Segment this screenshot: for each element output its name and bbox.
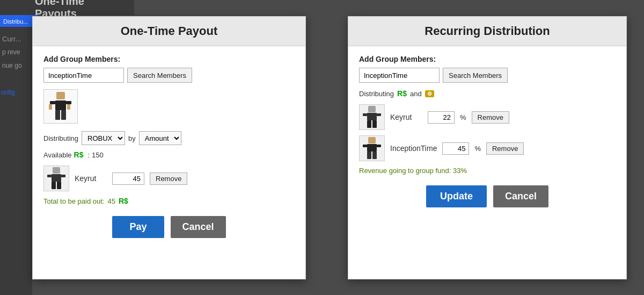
one-time-search-input[interactable] xyxy=(43,68,124,83)
total-amount: 45 xyxy=(107,197,115,205)
one-time-total-row: Total to be paid out: 45 R$ xyxy=(43,197,295,205)
available-value: 150 xyxy=(92,151,104,159)
recurring-inceptiontime-figure xyxy=(362,137,382,160)
recurring-robux-icon: R$ xyxy=(397,89,407,98)
one-time-add-members-label: Add Group Members: xyxy=(43,55,295,63)
bg-content-3: nue go xyxy=(2,62,22,69)
recurring-keyrut-figure xyxy=(362,106,382,128)
recurring-keyrut-avatar xyxy=(359,104,385,130)
page-title: One-Time Payouts xyxy=(0,0,134,15)
one-time-available-row: Available R$ : 150 xyxy=(43,150,295,159)
bg-content-4: onfig xyxy=(1,89,15,96)
svg-rect-23 xyxy=(377,145,381,147)
recurring-inceptiontime-remove-button[interactable]: Remove xyxy=(486,142,524,155)
one-time-avatar-box xyxy=(43,89,78,124)
svg-rect-17 xyxy=(377,113,381,116)
keyrut-amount-input[interactable] xyxy=(112,172,144,185)
svg-rect-6 xyxy=(55,110,60,120)
dialog-recurring-title: Recurring Distribution xyxy=(359,24,616,38)
recurring-add-members-label: Add Group Members: xyxy=(359,55,616,63)
recurring-distributing-label: Distributing xyxy=(359,90,394,98)
svg-rect-20 xyxy=(368,137,376,143)
revenue-label: Revenue going to group fund: xyxy=(359,167,451,175)
svg-rect-0 xyxy=(56,92,65,99)
svg-rect-3 xyxy=(49,104,52,110)
svg-rect-18 xyxy=(367,120,371,128)
amount-select[interactable]: Amount xyxy=(139,131,181,145)
inceptiontime-percent-symbol: % xyxy=(474,145,481,153)
svg-rect-24 xyxy=(367,152,371,159)
one-time-payout-dialog: One-Time Payout Add Group Members: Searc… xyxy=(32,16,306,279)
one-time-search-row: Search Members xyxy=(43,68,295,83)
svg-rect-9 xyxy=(52,174,61,182)
svg-rect-2 xyxy=(50,101,55,104)
svg-rect-4 xyxy=(66,101,71,104)
keyrut-percent-symbol: % xyxy=(460,113,466,121)
keyrut-remove-button[interactable]: Remove xyxy=(150,172,187,185)
recurring-keyrut-name: Keyrut xyxy=(390,113,422,121)
svg-rect-5 xyxy=(67,104,70,110)
svg-rect-14 xyxy=(368,106,376,112)
one-time-search-button[interactable]: Search Members xyxy=(127,68,192,83)
recurring-revenue-row: Revenue going to group fund: 33% xyxy=(359,167,616,175)
svg-rect-25 xyxy=(372,152,377,159)
recurring-keyrut-row: Keyrut % Remove xyxy=(359,104,616,130)
dialog-one-time-title: One-Time Payout xyxy=(43,24,295,38)
bg-content-1: Curr... xyxy=(2,35,21,43)
available-label: Available xyxy=(43,151,72,159)
svg-rect-11 xyxy=(61,175,65,177)
svg-rect-12 xyxy=(52,182,56,189)
currency-select[interactable]: ROBUX xyxy=(82,131,125,145)
total-label: Total to be paid out: xyxy=(43,197,104,205)
svg-rect-7 xyxy=(61,110,66,120)
svg-rect-21 xyxy=(367,144,377,152)
dialog-one-time-header: One-Time Payout xyxy=(33,17,305,46)
bg-content-2: p reve xyxy=(2,48,20,56)
svg-rect-19 xyxy=(372,120,377,128)
recurring-distributing-row: Distributing R$ and ⚙ xyxy=(359,89,616,98)
robux-icon-available: R$ xyxy=(74,150,84,159)
recurring-search-button[interactable]: Search Members xyxy=(443,68,508,83)
one-time-member-row: Keyrut Remove xyxy=(43,166,295,191)
one-time-distributing-row: Distributing ROBUX by Amount xyxy=(43,131,295,145)
recurring-inceptiontime-row: InceptionTime % Remove xyxy=(359,135,616,161)
recurring-btn-row: Update Cancel xyxy=(359,185,616,207)
svg-rect-1 xyxy=(55,100,66,110)
one-time-btn-row: Pay Cancel xyxy=(43,216,295,238)
distributing-label: Distributing xyxy=(43,134,78,142)
by-label: by xyxy=(128,134,136,142)
gear-icon: ⚙ xyxy=(425,90,434,97)
recurring-search-row: Search Members xyxy=(359,68,616,83)
recurring-distribution-dialog: Recurring Distribution Add Group Members… xyxy=(348,16,627,279)
keyrut-figure xyxy=(47,167,66,190)
svg-rect-16 xyxy=(363,113,367,116)
inceptiontime-percent-input[interactable] xyxy=(442,142,469,155)
keyrut-percent-input[interactable] xyxy=(428,111,455,124)
sidebar xyxy=(0,0,32,295)
one-time-cancel-button[interactable]: Cancel xyxy=(171,216,226,238)
recurring-and-label: and xyxy=(410,90,422,98)
svg-rect-15 xyxy=(367,113,377,120)
recurring-inceptiontime-name: InceptionTime xyxy=(390,144,437,153)
available-colon: : xyxy=(87,151,90,159)
update-button[interactable]: Update xyxy=(426,185,487,207)
svg-rect-8 xyxy=(53,167,60,174)
avatar-figure xyxy=(48,92,74,121)
recurring-keyrut-remove-button[interactable]: Remove xyxy=(472,111,509,124)
recurring-cancel-button[interactable]: Cancel xyxy=(493,185,548,207)
keyrut-name: Keyrut xyxy=(75,174,107,183)
recurring-inceptiontime-avatar xyxy=(359,135,385,161)
keyrut-avatar xyxy=(43,166,69,191)
svg-rect-13 xyxy=(57,182,61,189)
svg-rect-22 xyxy=(363,145,367,147)
svg-rect-10 xyxy=(47,175,52,177)
dialog-recurring-header: Recurring Distribution xyxy=(348,17,626,46)
revenue-percent: 33% xyxy=(453,167,467,175)
tab-label: Distribu... xyxy=(1,18,28,25)
recurring-search-input[interactable] xyxy=(359,68,440,83)
total-robux-icon: R$ xyxy=(119,197,128,205)
pay-button[interactable]: Pay xyxy=(112,216,164,238)
